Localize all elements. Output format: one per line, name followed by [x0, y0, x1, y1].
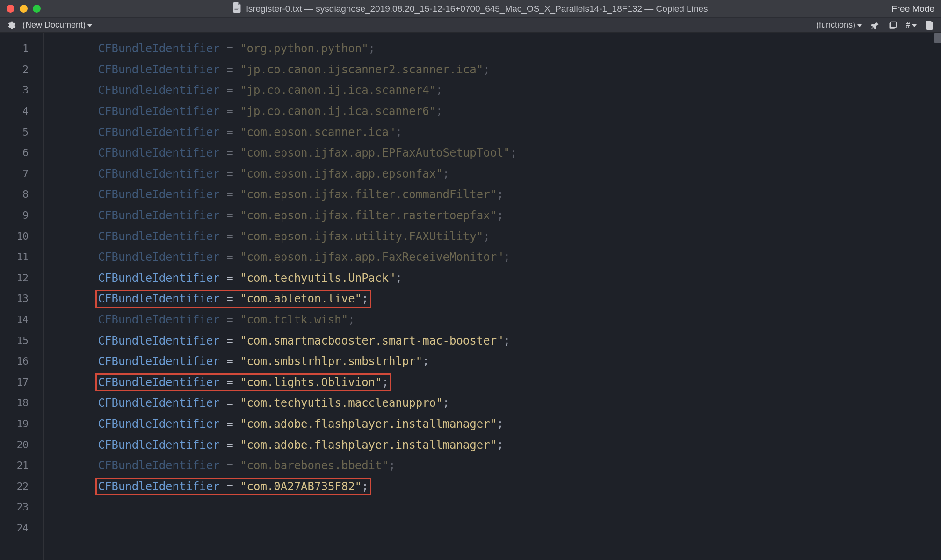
code-line: CFBundleIdentifier = "jp.co.canon.ij.ica…: [44, 80, 941, 101]
line-number: 22: [0, 476, 43, 497]
document-icon[interactable]: [925, 21, 934, 30]
code-line: CFBundleIdentifier = "com.smbstrhlpr.smb…: [44, 351, 941, 372]
traffic-lights: [7, 5, 41, 13]
line-number: 11: [0, 247, 43, 268]
code-line: CFBundleIdentifier = "com.adobe.flashpla…: [44, 414, 941, 435]
window-minimize-button[interactable]: [20, 5, 28, 13]
code-line: CFBundleIdentifier = "com.epson.ijfax.ap…: [44, 164, 941, 185]
code-line: CFBundleIdentifier = "com.ableton.live";: [44, 288, 941, 309]
code-line: CFBundleIdentifier = "org.python.python"…: [44, 38, 941, 59]
new-document-popup[interactable]: (New Document): [22, 20, 92, 30]
line-number: 18: [0, 393, 43, 414]
line-number-gutter: 123456789101112131415161718192021222324: [0, 33, 44, 560]
functions-popup[interactable]: (functions): [816, 20, 862, 30]
line-number: 21: [0, 455, 43, 476]
line-number: 15: [0, 330, 43, 351]
line-number: 4: [0, 101, 43, 122]
line-number: 12: [0, 268, 43, 289]
code-line: CFBundleIdentifier = "com.epson.scanner.…: [44, 122, 941, 143]
editor-toolbar: (New Document) (functions) #: [0, 18, 941, 33]
window-title-text: lsregister-0.txt — sysdiagnose_2019.08.2…: [246, 4, 708, 14]
line-number: 24: [0, 518, 43, 539]
window-close-button[interactable]: [7, 5, 14, 13]
functions-label: (functions): [816, 20, 855, 30]
code-line: CFBundleIdentifier = "com.epson.ijfax.fi…: [44, 205, 941, 226]
line-number: 5: [0, 122, 43, 143]
svg-rect-2: [234, 9, 238, 10]
code-line: [44, 518, 941, 539]
code-line: CFBundleIdentifier = "com.lights.Oblivio…: [44, 372, 941, 393]
window-title: lsregister-0.txt — sysdiagnose_2019.08.2…: [233, 2, 708, 15]
pin-icon[interactable]: [870, 21, 880, 30]
line-number: 1: [0, 38, 43, 59]
line-number: 7: [0, 164, 43, 185]
chevron-down-icon: [857, 24, 862, 27]
code-line: CFBundleIdentifier = "com.barebones.bbed…: [44, 455, 941, 476]
code-line: CFBundleIdentifier = "com.techyutils.UnP…: [44, 268, 941, 289]
line-number: 23: [0, 497, 43, 518]
line-number: 9: [0, 205, 43, 226]
code-line: CFBundleIdentifier = "com.epson.ijfax.ap…: [44, 143, 941, 164]
line-number: 17: [0, 372, 43, 393]
new-document-label: (New Document): [22, 20, 86, 30]
svg-rect-1: [234, 8, 239, 8]
line-number: 19: [0, 414, 43, 435]
window-titlebar: lsregister-0.txt — sysdiagnose_2019.08.2…: [0, 0, 941, 18]
line-number: 13: [0, 288, 43, 309]
line-number: 8: [0, 184, 43, 205]
svg-rect-0: [234, 7, 239, 7]
free-mode-label: Free Mode: [891, 4, 934, 14]
code-line: CFBundleIdentifier = "com.smartmacbooste…: [44, 330, 941, 351]
code-line: CFBundleIdentifier = "com.0A27AB735F82";: [44, 476, 941, 497]
chevron-down-icon: [912, 24, 917, 27]
code-line: CFBundleIdentifier = "com.tcltk.wish";: [44, 309, 941, 330]
line-number: 2: [0, 59, 43, 80]
code-line: [44, 497, 941, 518]
hash-icon: #: [906, 20, 910, 30]
documents-stack-icon[interactable]: [888, 21, 898, 30]
vertical-scrollbar[interactable]: [934, 33, 941, 43]
chevron-down-icon: [87, 24, 92, 27]
code-line: CFBundleIdentifier = "com.adobe.flashpla…: [44, 434, 941, 455]
window-zoom-button[interactable]: [33, 5, 41, 13]
svg-rect-4: [891, 22, 897, 27]
code-line: CFBundleIdentifier = "jp.co.canon.ij.ica…: [44, 101, 941, 122]
code-line: CFBundleIdentifier = "com.techyutils.mac…: [44, 393, 941, 414]
code-line: CFBundleIdentifier = "com.epson.ijfax.ut…: [44, 226, 941, 247]
line-number: 20: [0, 434, 43, 455]
line-number: 6: [0, 143, 43, 164]
code-line: CFBundleIdentifier = "com.epson.ijfax.ap…: [44, 247, 941, 268]
line-number: 3: [0, 80, 43, 101]
code-line: CFBundleIdentifier = "com.epson.ijfax.fi…: [44, 184, 941, 205]
document-icon: [233, 2, 241, 15]
line-number: 16: [0, 351, 43, 372]
line-number: 10: [0, 226, 43, 247]
hash-popup[interactable]: #: [906, 20, 917, 30]
code-line: CFBundleIdentifier = "jp.co.canon.ijscan…: [44, 59, 941, 80]
code-lines: CFBundleIdentifier = "org.python.python"…: [44, 38, 941, 538]
code-area[interactable]: CFBundleIdentifier = "org.python.python"…: [44, 33, 941, 560]
code-editor[interactable]: 123456789101112131415161718192021222324 …: [0, 33, 941, 560]
gear-icon[interactable]: [7, 21, 16, 30]
line-number: 14: [0, 309, 43, 330]
